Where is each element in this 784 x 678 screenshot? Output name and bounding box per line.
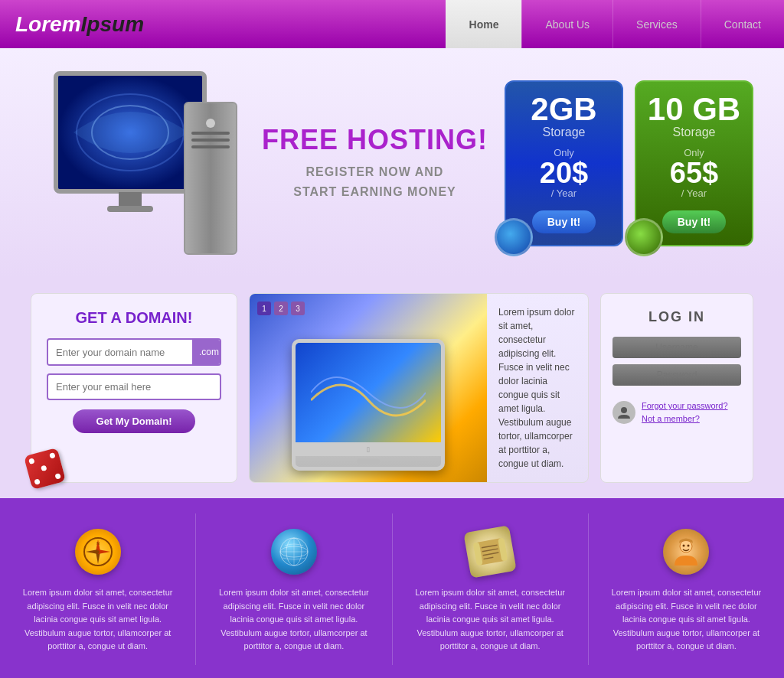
- pricing-card-10gb: 10 GB Storage Only 65$ / Year Buy It!: [635, 80, 753, 246]
- pricing-card-2gb: 2GB Storage Only 20$ / Year Buy It!: [505, 80, 623, 246]
- compass-icon: N: [75, 529, 121, 575]
- tower: [184, 102, 237, 255]
- pricing-storage-green: Storage: [644, 125, 744, 139]
- monitor-screen: [58, 76, 202, 189]
- pricing-cards: 2GB Storage Only 20$ / Year Buy It! 10 G…: [505, 80, 753, 246]
- svg-point-26: [683, 545, 685, 547]
- slider-dot-1[interactable]: 1: [257, 302, 271, 315]
- hero-subtitle: REGISTER NOW AND START EARNING MONEY: [260, 162, 489, 201]
- domain-extension-select[interactable]: .com .net .org: [192, 340, 221, 364]
- dice-dot-1: [28, 458, 35, 464]
- buy-button-green[interactable]: Buy It!: [662, 210, 727, 233]
- feature-icon-2: [267, 525, 321, 579]
- dice-decoration: [28, 451, 62, 486]
- slider-dot-2[interactable]: 2: [274, 302, 288, 315]
- svg-marker-10: [98, 549, 110, 554]
- pricing-gb-green: 10 GB: [644, 93, 744, 125]
- tower-power-button: [206, 119, 215, 128]
- nav-contact[interactable]: Contact: [701, 0, 784, 48]
- tower-slot-1: [191, 132, 230, 135]
- svg-text:N: N: [96, 541, 100, 546]
- nav-about[interactable]: About Us: [521, 0, 612, 48]
- pricing-year-blue: / Year: [514, 187, 614, 199]
- pricing-amount-green: 65$: [644, 158, 744, 187]
- dice-dot-5: [54, 473, 61, 480]
- logo-ipsum: Ipsum: [81, 12, 144, 36]
- monitor-stand: [107, 206, 153, 212]
- nav-services[interactable]: Services: [612, 0, 701, 48]
- login-box: LOG IN Forgot your password? Not a membe…: [600, 293, 753, 483]
- password-input[interactable]: [612, 364, 741, 386]
- slider-content: 1 2 3: [250, 294, 588, 482]
- feature-icon-3: [463, 525, 517, 579]
- logo: LoremIpsum: [15, 12, 144, 37]
- dice-dot-2: [49, 452, 56, 459]
- feature-text-2: Lorem ipsum dolor sit amet, consectetur …: [211, 586, 376, 654]
- domain-title: GET A DOMAIN!: [47, 309, 221, 327]
- feature-text-1: Lorem ipsum dolor sit amet, consectetur …: [15, 586, 180, 654]
- feature-item-3: Lorem ipsum dolor sit amet, consectetur …: [393, 513, 589, 665]
- content-section: GET A DOMAIN! .com .net .org Get My Doma…: [0, 278, 784, 498]
- imac-screen: [296, 343, 441, 442]
- svg-point-4: [621, 407, 627, 413]
- logo-lorem: Lorem: [15, 12, 81, 36]
- nav-home[interactable]: Home: [446, 0, 522, 48]
- dice-dot-3: [41, 465, 47, 472]
- imac-illustration: : [292, 339, 445, 471]
- dice-icon: [24, 448, 66, 490]
- slider-box: 1 2 3: [249, 293, 589, 483]
- slider-navigation: 1 2 3: [257, 302, 305, 315]
- svg-marker-9: [86, 549, 98, 554]
- hero-text-block: FREE HOSTING! REGISTER NOW AND START EAR…: [260, 125, 489, 202]
- hero-title: FREE HOSTING!: [260, 125, 489, 155]
- username-input[interactable]: [612, 337, 741, 358]
- pricing-storage-blue: Storage: [514, 125, 614, 139]
- imac-chin: : [296, 442, 441, 456]
- globe-feature-icon: [271, 529, 317, 575]
- logo-area: LoremIpsum: [0, 0, 446, 48]
- globe-icon-green: [625, 218, 663, 256]
- globe-icon-blue: [495, 218, 533, 256]
- hero-section: FREE HOSTING! REGISTER NOW AND START EAR…: [0, 48, 784, 278]
- slider-dot-3[interactable]: 3: [291, 302, 305, 315]
- login-forgot-row: Forgot your password? Not a member?: [612, 399, 741, 425]
- feature-item-4: Lorem ipsum dolor sit amet, consectetur …: [589, 513, 784, 665]
- domain-input-row: .com .net .org: [47, 338, 221, 366]
- not-member-link[interactable]: Not a member?: [642, 412, 728, 425]
- feature-icon-1: N: [71, 525, 125, 579]
- svg-point-27: [688, 545, 690, 547]
- features-section: N Lorem ipsum dolor sit amet, consectetu…: [0, 498, 784, 678]
- header: LoremIpsum Home About Us Services Contac…: [0, 0, 784, 48]
- pricing-year-green: / Year: [644, 187, 744, 199]
- forgot-links: Forgot your password? Not a member?: [642, 399, 728, 425]
- imac-base: [357, 458, 380, 464]
- pricing-amount-blue: 20$: [514, 158, 614, 187]
- domain-box: GET A DOMAIN! .com .net .org Get My Doma…: [31, 293, 237, 483]
- feature-text-4: Lorem ipsum dolor sit amet, consectetur …: [604, 586, 769, 654]
- user-avatar-icon: [612, 401, 635, 424]
- pricing-gb-blue: 2GB: [514, 93, 614, 125]
- main-nav: Home About Us Services Contact: [446, 0, 784, 48]
- slider-text: Lorem ipsum dolor sit amet, consectetur …: [487, 294, 588, 482]
- dice-dot-4: [34, 478, 41, 485]
- tower-slot-3: [191, 145, 230, 148]
- monitor-base: [119, 192, 142, 207]
- feature-item-1: N Lorem ipsum dolor sit amet, consectetu…: [0, 513, 196, 665]
- feature-icon-4: [659, 525, 713, 579]
- domain-name-input[interactable]: [48, 341, 192, 364]
- tower-slot-2: [191, 139, 230, 142]
- hero-computer-illustration: [31, 71, 245, 255]
- get-domain-button[interactable]: Get My Domain!: [73, 409, 195, 433]
- login-title: LOG IN: [612, 309, 741, 325]
- domain-email-input[interactable]: [47, 373, 221, 400]
- slider-image-area: 1 2 3: [250, 294, 487, 482]
- monk-feature-icon: [663, 529, 709, 575]
- feature-text-3: Lorem ipsum dolor sit amet, consectetur …: [408, 586, 573, 654]
- feature-item-2: Lorem ipsum dolor sit amet, consectetur …: [196, 513, 392, 665]
- scroll-feature-icon: [463, 525, 517, 579]
- forgot-password-link[interactable]: Forgot your password?: [642, 399, 728, 412]
- computer-image: [38, 71, 237, 255]
- buy-button-blue[interactable]: Buy It!: [532, 210, 596, 233]
